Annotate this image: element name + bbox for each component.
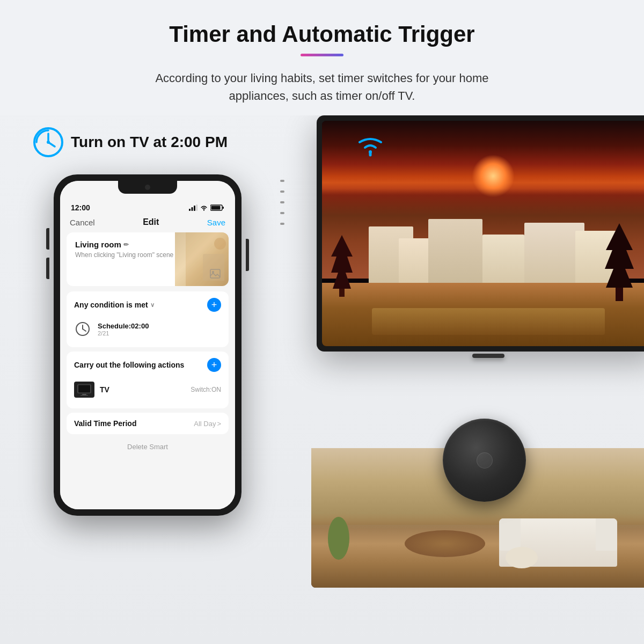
timer-text: Turn on TV at 2:00 PM (71, 134, 228, 151)
condition-header: Any condition is met ∨ + (74, 298, 221, 312)
phone-volume-up (46, 228, 49, 250)
scene-card[interactable]: Living room ✏ When clicking "Living room… (67, 232, 229, 286)
tv-device-icon (74, 382, 94, 398)
tv-action-item[interactable]: TV Switch:ON (74, 377, 221, 402)
phone-outer-frame: 12:00 (54, 174, 241, 516)
signal-icon (189, 204, 197, 211)
schedule-info: Schedule:02:00 2/21 (98, 322, 149, 336)
save-button[interactable]: Save (207, 218, 225, 227)
svg-point-20 (369, 150, 372, 153)
main-content: Turn on TV at 2:00 PM (0, 115, 644, 588)
right-section (279, 115, 644, 588)
phone-volume-down (46, 258, 49, 279)
svg-point-3 (47, 141, 50, 144)
hub-center (477, 452, 493, 469)
valid-chevron-icon: > (217, 420, 221, 428)
valid-label: Valid Time Period (74, 419, 136, 428)
schedule-date: 2/21 (98, 330, 149, 336)
building-4 (482, 235, 524, 290)
phone-mockup: 12:00 (54, 174, 241, 516)
add-action-button[interactable]: + (207, 358, 221, 372)
phone-inner-frame: 12:00 (60, 181, 235, 509)
header-section: Timer and Automatic Trigger According to… (0, 0, 644, 115)
svg-rect-22 (616, 288, 623, 301)
tv-stand (472, 354, 504, 358)
valid-value-text: All Day (194, 420, 216, 428)
condition-section: Any condition is met ∨ + (67, 291, 229, 347)
notch-area (60, 181, 235, 198)
svg-rect-21 (339, 289, 345, 297)
svg-line-15 (83, 329, 86, 331)
connector-4 (280, 212, 284, 214)
phone-screen: 12:00 (60, 198, 235, 509)
sofa-arm-left (499, 518, 521, 551)
delete-smart-button[interactable]: Delete Smart (60, 438, 235, 455)
svg-rect-7 (196, 204, 198, 211)
svg-rect-4 (189, 209, 191, 211)
svg-rect-5 (192, 207, 193, 211)
status-icons (189, 204, 224, 211)
svg-rect-19 (80, 395, 88, 396)
battery-icon (210, 204, 224, 211)
condition-chevron-icon: ∨ (150, 302, 155, 309)
clock-icon (32, 126, 64, 158)
hub-device (443, 419, 526, 502)
svg-rect-6 (194, 206, 195, 211)
scene-subtitle: When clicking "Living room" scene (75, 251, 220, 259)
page-title: Timer and Automatic Trigger (11, 21, 633, 47)
tv-status-text: Switch:ON (191, 386, 221, 393)
water-reflection (372, 308, 605, 335)
schedule-item[interactable]: Schedule:02:00 2/21 (74, 317, 221, 341)
svg-rect-11 (210, 269, 220, 278)
actions-header: Carry out the following actions + (74, 358, 221, 372)
left-section: Turn on TV at 2:00 PM (0, 115, 279, 588)
title-underline (301, 54, 343, 56)
tv-label-text: TV (100, 385, 109, 394)
actions-title-row: Carry out the following actions (74, 361, 184, 369)
tree-right-1 (601, 221, 638, 301)
phone-notch (118, 181, 177, 194)
connector-3 (280, 201, 284, 203)
svg-rect-10 (211, 206, 221, 210)
valid-row: Valid Time Period All Day > (74, 419, 221, 428)
connector-1 (280, 180, 284, 182)
actions-title: Carry out the following actions (74, 361, 184, 369)
condition-title: Any condition is met (74, 301, 148, 309)
image-placeholder-icon (210, 269, 221, 281)
edit-pencil-icon[interactable]: ✏ (123, 241, 129, 248)
wifi-floating-icon (354, 131, 386, 160)
edit-title: Edit (143, 217, 159, 227)
scene-name-row: Living room ✏ (75, 240, 220, 249)
cancel-button[interactable]: Cancel (70, 218, 95, 227)
status-time: 12:00 (71, 203, 90, 212)
svg-rect-18 (82, 394, 86, 395)
svg-rect-9 (223, 207, 224, 209)
add-condition-button[interactable]: + (207, 298, 221, 312)
plant (328, 517, 349, 560)
building-3 (428, 219, 482, 290)
timer-label-row: Turn on TV at 2:00 PM (32, 126, 263, 158)
sofa-arm-right (596, 518, 617, 551)
ottoman (506, 547, 538, 568)
valid-value-row: All Day > (194, 420, 221, 428)
camera-dot (145, 185, 150, 190)
status-bar: 12:00 (60, 198, 235, 214)
coffee-table (405, 530, 485, 557)
condition-title-row[interactable]: Any condition is met ∨ (74, 301, 155, 309)
actions-section: Carry out the following actions + (67, 352, 229, 408)
city-skyline (339, 211, 638, 290)
phone-power-button (246, 239, 249, 271)
valid-time-section[interactable]: Valid Time Period All Day > (67, 413, 229, 434)
tv-item-left: TV (74, 382, 109, 398)
header-description: According to your living habits, set tim… (134, 69, 510, 105)
scene-name-text: Living room (75, 240, 121, 249)
scene-card-content: Living room ✏ When clicking "Living room… (67, 232, 229, 266)
tv-svg-icon (77, 384, 92, 396)
tree-left-1 (328, 232, 355, 297)
wifi-status-icon (200, 204, 208, 211)
schedule-clock-icon (74, 320, 91, 338)
svg-rect-17 (78, 385, 90, 393)
app-header: Cancel Edit Save (60, 214, 235, 232)
connector-2 (280, 191, 284, 193)
connector-5 (280, 223, 284, 225)
